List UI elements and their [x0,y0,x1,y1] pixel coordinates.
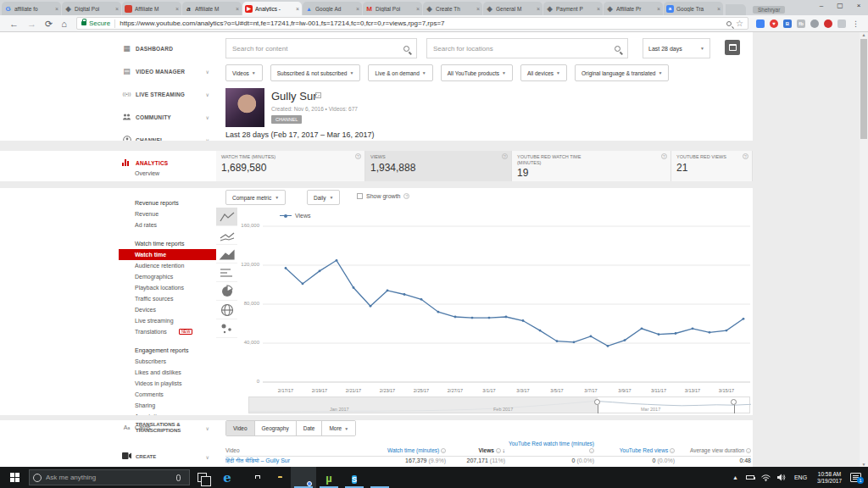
maximize-button[interactable]: ▢ [831,0,849,12]
tab-close-icon[interactable]: × [476,6,480,12]
sidebar-item-community[interactable]: COMMUNITY ∨ [119,108,216,125]
show-growth-checkbox[interactable] [357,193,363,199]
sidebar-item-create[interactable]: CREATE ∨ [119,452,216,461]
browser-tab[interactable]: ◈Digital Poi× [62,2,121,15]
tab-close-icon[interactable]: × [236,6,239,12]
calendar-button[interactable] [725,40,740,55]
location-search-input[interactable] [427,45,615,53]
skype-taskbar-button[interactable]: S [342,467,367,488]
data-point[interactable] [471,317,474,319]
edge-taskbar-button[interactable]: e [214,467,240,488]
fb-extension-icon[interactable]: fb [797,19,805,28]
range-handle-left[interactable] [594,399,600,405]
table-row[interactable]: हिंदी गीत वीडियो – Gully Sur 167,379 (9.… [225,458,751,464]
store-taskbar-button[interactable] [240,467,265,488]
filter-chip-original-language-translated[interactable]: Original language & translated▼ [575,64,669,81]
grey-ball-extension-icon[interactable] [810,19,819,28]
data-point[interactable] [319,270,321,273]
sidebar-item-comments[interactable]: Comments [119,389,216,400]
sidebar-item-live-streaming[interactable]: Live streaming [119,315,216,326]
help-icon[interactable]: ? [355,153,361,159]
data-point[interactable] [573,341,576,343]
data-point[interactable] [726,330,728,332]
data-point[interactable] [403,293,406,296]
back-icon[interactable]: ← [9,16,19,31]
sidebar-item-videos-in-playlists[interactable]: Videos in playlists [119,378,216,389]
battery-icon[interactable] [746,475,754,480]
content-search-input[interactable] [226,45,403,53]
sidebar-item-translations[interactable]: TranslationsNEW [119,326,216,337]
sidebar-item-demographics[interactable]: Demographics [119,271,216,282]
sidebar-item-video-manager[interactable]: ▤ VIDEO MANAGER ∨ [119,63,216,80]
browser-tab[interactable]: Gaffiliate fo× [2,2,61,15]
file-explorer-taskbar-button[interactable] [265,467,291,488]
microphone-icon[interactable] [176,474,181,481]
report-tab-video[interactable]: Video [226,421,255,435]
data-point[interactable] [641,327,643,330]
language-indicator[interactable]: ENG [794,474,807,480]
range-handle-right[interactable] [731,399,737,405]
tab-close-icon[interactable]: × [537,6,540,12]
data-point[interactable] [590,336,593,338]
column-header-views[interactable]: Views i ↓ [446,447,505,454]
browser-tab[interactable]: MDigital Poi× [363,2,422,15]
address-bar[interactable]: Secure https://www.youtube.com/analytics… [76,17,748,30]
blue-extension-icon[interactable]: B [783,19,792,28]
minimize-button[interactable]: – [812,0,831,12]
column-header-youtube-red-views[interactable]: YouTube Red views i [594,447,675,454]
help-icon[interactable]: ? [743,153,748,159]
data-point[interactable] [285,267,287,269]
tray-expand-icon[interactable]: ▲ [732,474,738,480]
filter-chip-subscribed-not-subscribed[interactable]: Subscribed & not subscribed▼ [270,64,361,81]
data-point[interactable] [624,339,626,341]
tab-close-icon[interactable]: × [55,6,58,12]
sidebar-item-live-streaming[interactable]: ((•)) LIVE STREAMING ∨ [119,86,216,103]
data-point[interactable] [370,305,372,308]
stat-tile-youtube-red-watch-time-minutes[interactable]: YOUTUBE RED WATCH TIME (MINUTES)?19 [512,151,671,181]
browser-menu-icon[interactable]: ⋮ [852,19,860,28]
data-point[interactable] [607,345,609,347]
data-point[interactable] [437,311,440,313]
tab-close-icon[interactable]: × [717,6,721,12]
data-point[interactable] [522,319,525,322]
sidebar-item-overview[interactable]: Overview [119,168,216,179]
chart-plot[interactable] [263,220,750,386]
home-icon[interactable]: ⌂ [61,16,67,31]
external-link-icon[interactable]: ↗ [315,92,321,98]
sidebar-item-ad-rates[interactable]: Ad rates [119,219,216,230]
red-circle-extension-icon[interactable] [824,19,832,28]
filter-chip-live-on-demand[interactable]: Live & on demand▼ [368,64,432,81]
search-icon[interactable] [403,46,409,52]
vertical-scrollbar[interactable]: ▲ ▼ [860,32,868,467]
scroll-up-icon[interactable]: ▲ [860,32,868,37]
translate-extension-icon[interactable] [756,19,765,28]
data-point[interactable] [420,298,423,301]
stat-tile-views[interactable]: VIEWS?1,934,888 [365,151,512,181]
close-button[interactable]: × [849,0,868,12]
filter-chip-all-devices[interactable]: All devices▼ [520,64,567,81]
compare-metric-dropdown[interactable]: Compare metric ▼ [225,190,286,205]
wifi-icon[interactable] [761,474,771,481]
heart-extension-icon[interactable]: ♥ [770,19,778,28]
sidebar-item-revenue[interactable]: Revenue [119,208,216,219]
browser-tab[interactable]: ◈General M× [483,2,542,15]
reload-icon[interactable]: ⟳ [45,16,53,31]
stat-tile-watch-time-minutes[interactable]: WATCH TIME (MINUTES)?1,689,580 [216,151,365,181]
bookmark-star-icon[interactable]: ☆ [736,19,743,28]
sidebar-item-playback-locations[interactable]: Playback locations [119,282,216,293]
zoom-icon[interactable] [726,21,732,26]
sidebar-item-translations-transcriptions[interactable]: Aa TRANSLATIONS & TRANSCRIPTIONS ∨ [119,422,216,434]
data-point[interactable] [353,286,355,289]
cortana-search-box[interactable] [29,469,190,485]
data-point[interactable] [658,333,660,336]
sidebar-item-sharing[interactable]: Sharing [119,400,216,411]
url-text[interactable]: https://www.youtube.com/analytics?o=U#dt… [120,19,722,27]
data-point[interactable] [709,331,711,334]
sidebar-item-likes-and-dislikes[interactable]: Likes and dislikes [119,367,216,378]
data-point[interactable] [692,327,694,330]
video-title-link[interactable]: हिंदी गीत वीडियो – Gully Sur [225,458,361,464]
cortana-search-input[interactable] [46,474,171,481]
browser-tab[interactable]: ◈Payment P× [543,2,603,15]
sidebar-item-revenue-reports[interactable]: Revenue reports [119,197,216,208]
data-point[interactable] [556,340,559,342]
